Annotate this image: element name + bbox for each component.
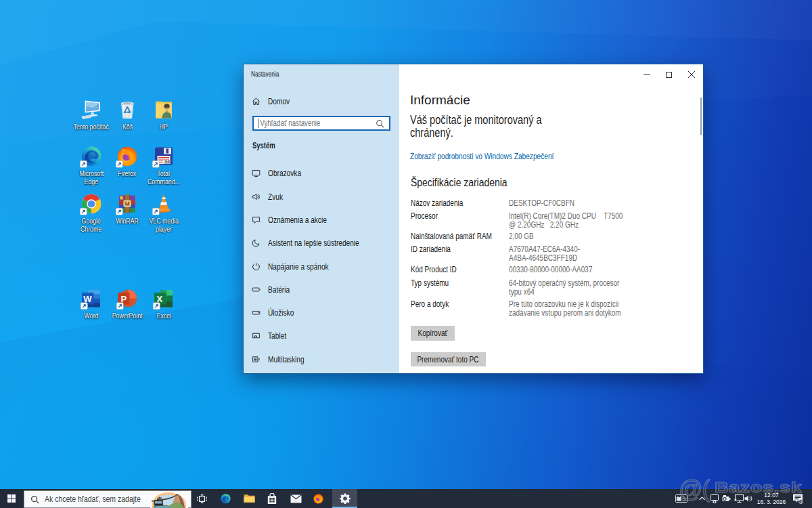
svg-text:64: 64 xyxy=(165,160,170,164)
svg-text:1: 1 xyxy=(800,500,803,504)
